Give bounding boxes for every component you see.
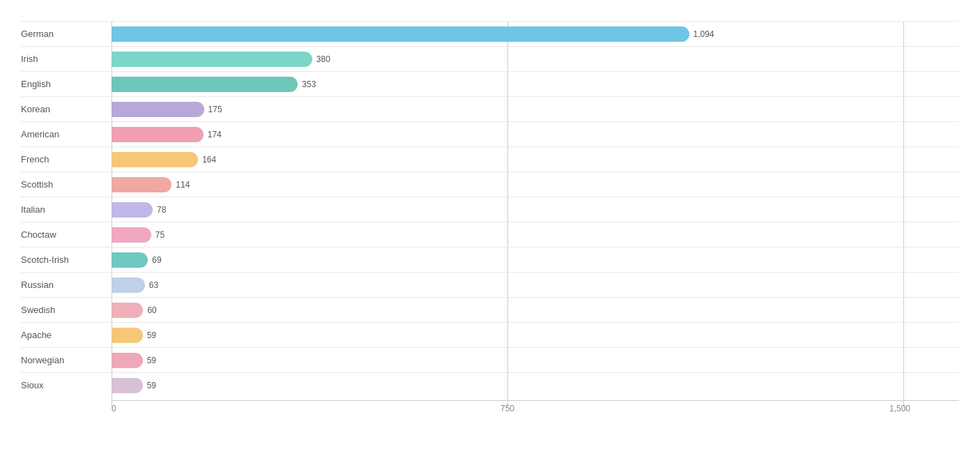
x-axis-label: 1,500	[889, 404, 910, 413]
bar-container: 60	[112, 300, 959, 320]
bar-container: 59	[112, 326, 959, 345]
bar-container: 114	[112, 175, 959, 195]
bar-row: Scotch-Irish69	[21, 247, 959, 272]
bar-row: American174	[21, 121, 959, 146]
bar-fill	[112, 202, 153, 218]
bar-label: Korean	[21, 104, 112, 114]
bar-value-label: 69	[152, 255, 161, 265]
bar-row: Choctaw75	[21, 222, 959, 247]
bar-label: Sioux	[21, 380, 112, 390]
bar-container: 69	[112, 250, 959, 270]
bar-label: German	[21, 29, 112, 39]
bar-value-label: 175	[208, 105, 222, 114]
bar-row: Italian78	[21, 197, 959, 222]
bar-container: 164	[112, 150, 959, 169]
bar-label: Irish	[21, 54, 112, 64]
bar-value-label: 78	[157, 205, 166, 215]
bar-container: 175	[112, 100, 959, 119]
bar-container: 59	[112, 376, 959, 395]
bar-fill	[112, 177, 171, 192]
x-axis-label: 750	[500, 404, 514, 413]
bar-value-label: 63	[149, 280, 158, 290]
bar-row: English353	[21, 71, 959, 96]
bar-container: 174	[112, 125, 959, 144]
bar-row: Irish380	[21, 46, 959, 71]
bar-fill	[112, 52, 312, 67]
bar-row: French164	[21, 146, 959, 172]
bar-label: French	[21, 154, 112, 165]
bar-fill	[112, 328, 143, 343]
bar-container: 380	[112, 50, 959, 69]
bar-row: Korean175	[21, 96, 959, 121]
bar-label: English	[21, 79, 112, 89]
bar-fill	[112, 353, 143, 368]
bar-row: Russian63	[21, 272, 959, 297]
bar-value-label: 59	[147, 356, 156, 365]
bar-value-label: 380	[316, 54, 330, 64]
chart-area: German1,094Irish380English353Korean175Am…	[21, 21, 959, 414]
bar-row: Sioux59	[21, 372, 959, 397]
bar-label: Apache	[21, 330, 112, 340]
bar-value-label: 114	[176, 180, 190, 190]
bar-container: 1,094	[112, 24, 959, 44]
bar-label: American	[21, 129, 112, 139]
bar-label: Swedish	[21, 305, 112, 315]
bar-fill	[112, 303, 143, 318]
bar-value-label: 1,094	[694, 29, 714, 39]
bar-fill	[112, 77, 298, 92]
bar-value-label: 174	[208, 130, 222, 139]
bar-value-label: 164	[202, 155, 216, 165]
bar-label: Norwegian	[21, 355, 112, 365]
bar-value-label: 75	[155, 230, 164, 240]
bar-value-label: 353	[302, 79, 316, 89]
bar-row: German1,094	[21, 21, 959, 46]
bar-label: Italian	[21, 204, 112, 215]
bar-row: Norwegian59	[21, 347, 959, 372]
bar-row: Apache59	[21, 322, 959, 347]
bar-row: Swedish60	[21, 297, 959, 322]
bar-value-label: 59	[147, 330, 156, 340]
bar-fill	[112, 26, 689, 42]
x-axis: 07501,500	[112, 400, 959, 414]
bar-label: Scotch-Irish	[21, 254, 112, 265]
x-axis-label: 0	[112, 404, 116, 413]
bar-container: 78	[112, 200, 959, 220]
bar-label: Choctaw	[21, 229, 112, 240]
bar-row: Scottish114	[21, 172, 959, 197]
bar-fill	[112, 152, 198, 167]
bar-fill	[112, 378, 143, 393]
bar-label: Russian	[21, 280, 112, 290]
bar-fill	[112, 127, 204, 142]
bar-value-label: 60	[147, 305, 156, 315]
bar-container: 75	[112, 225, 959, 245]
bar-container: 63	[112, 275, 959, 295]
bar-container: 353	[112, 75, 959, 94]
bar-fill	[112, 102, 204, 117]
bar-label: Scottish	[21, 179, 112, 190]
bar-fill	[112, 227, 151, 243]
bar-value-label: 59	[147, 381, 156, 390]
bar-fill	[112, 252, 148, 268]
bar-container: 59	[112, 351, 959, 370]
bar-fill	[112, 277, 145, 293]
